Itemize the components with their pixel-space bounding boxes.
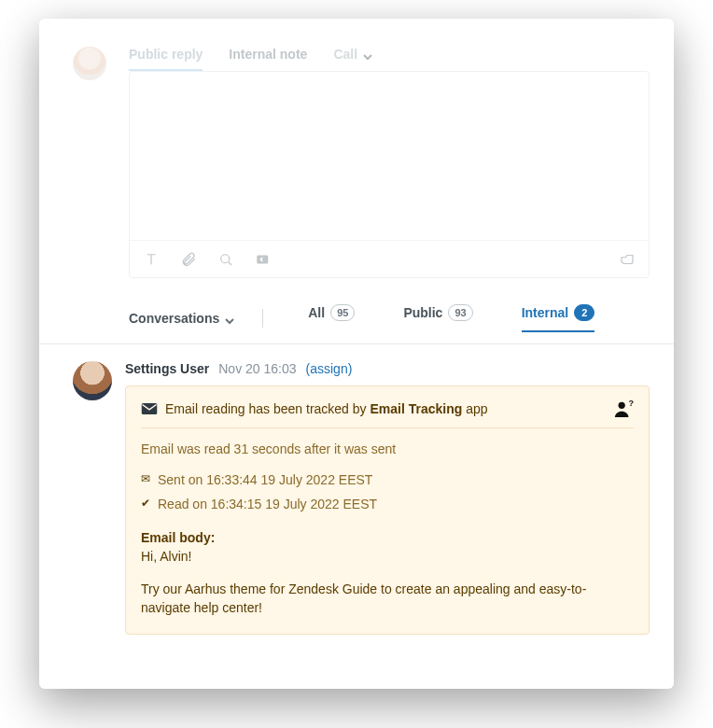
app-launcher-icon[interactable] xyxy=(619,251,636,268)
check-icon: ✔ xyxy=(141,496,150,511)
search-icon[interactable] xyxy=(217,251,234,268)
read-line-text: Read on 16:34:15 19 July 2022 EEST xyxy=(158,495,377,513)
attachment-icon[interactable] xyxy=(180,251,197,268)
compose-toolbar xyxy=(130,240,649,277)
read-delay-text: Email was read 31 seconds after it was s… xyxy=(141,440,634,458)
filter-all-count: 95 xyxy=(330,304,355,321)
svg-text:?: ? xyxy=(628,399,634,408)
svg-point-3 xyxy=(619,402,625,409)
event-author-name: Settings User xyxy=(125,361,209,376)
tracked-app-name: Email Tracking xyxy=(370,401,462,416)
email-body-label: Email body: xyxy=(141,528,634,547)
tracked-suffix: app xyxy=(462,401,487,416)
filter-public-label: Public xyxy=(403,305,442,320)
tab-call[interactable]: Call xyxy=(333,47,372,71)
tracked-prefix: Email reading has been tracked by xyxy=(165,401,370,416)
event-row: Settings User Nov 20 16:03 (assign) Emai… xyxy=(39,344,674,635)
filter-internal-label: Internal xyxy=(522,305,569,320)
conversations-dropdown[interactable]: Conversations xyxy=(129,311,234,326)
mail-icon xyxy=(141,402,158,415)
email-body-content: Try our Aarhus theme for Zendesk Guide t… xyxy=(141,580,634,618)
assign-link[interactable]: (assign) xyxy=(306,361,353,376)
filter-tab-all[interactable]: All 95 xyxy=(308,304,355,332)
svg-point-0 xyxy=(221,254,230,262)
tab-call-label: Call xyxy=(333,47,357,62)
compose-tabs: Public reply Internal note Call xyxy=(129,47,650,71)
ticket-panel: Public reply Internal note Call xyxy=(39,19,674,689)
unknown-user-icon: ? xyxy=(613,399,634,418)
sent-line: ✉ Sent on 16:33:44 19 July 2022 EEST xyxy=(141,470,634,489)
text-format-icon[interactable] xyxy=(143,251,160,268)
filter-internal-count: 2 xyxy=(574,304,594,321)
macro-icon[interactable] xyxy=(255,251,272,268)
tab-public-reply[interactable]: Public reply xyxy=(129,47,203,71)
email-body-greeting: Hi, Alvin! xyxy=(141,547,634,566)
tracked-text: Email reading has been tracked by Email … xyxy=(165,399,488,418)
compose-box xyxy=(129,71,650,278)
sent-line-text: Sent on 16:33:44 19 July 2022 EEST xyxy=(158,470,372,489)
read-line: ✔ Read on 16:34:15 19 July 2022 EEST xyxy=(141,495,634,513)
current-user-avatar xyxy=(73,47,106,80)
filter-tab-public[interactable]: Public 93 xyxy=(403,304,472,332)
compose-row: Public reply Internal note Call xyxy=(39,19,674,278)
chevron-down-icon xyxy=(363,49,372,59)
filter-public-count: 93 xyxy=(448,304,472,321)
internal-note: Email reading has been tracked by Email … xyxy=(125,385,650,635)
conversations-label: Conversations xyxy=(129,311,219,326)
chevron-down-icon xyxy=(225,314,234,323)
tab-internal-note[interactable]: Internal note xyxy=(229,47,307,71)
filter-all-label: All xyxy=(308,305,325,320)
event-timestamp: Nov 20 16:03 xyxy=(218,361,296,376)
compose-textarea[interactable] xyxy=(130,72,649,240)
divider xyxy=(262,309,263,328)
conversation-filters: Conversations All 95 Public 93 Internal … xyxy=(39,304,674,344)
filter-tab-internal[interactable]: Internal 2 xyxy=(522,304,595,332)
event-author-avatar xyxy=(73,361,112,400)
envelope-icon: ✉ xyxy=(141,471,150,487)
event-header: Settings User Nov 20 16:03 (assign) xyxy=(125,361,650,376)
